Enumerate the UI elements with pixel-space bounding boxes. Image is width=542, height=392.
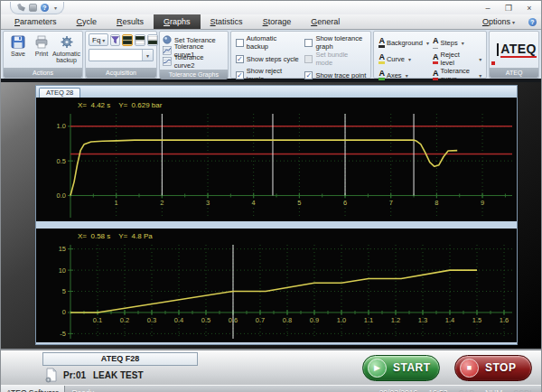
svg-text:X= 0.58 s Y= 4.8 Pa: X= 0.58 s Y= 4.8 Pa: [78, 232, 153, 240]
funnel-icon: [111, 36, 119, 44]
save-icon: [11, 35, 25, 49]
help-icon[interactable]: ?: [41, 4, 49, 12]
chevron-down-icon: ▾: [408, 56, 411, 62]
color-button-curve[interactable]: ACurve▾: [378, 51, 429, 67]
group-colors-setting: ABackground▾ACurve▾AAxes▾ASteps▾AReject …: [373, 31, 487, 79]
stop-icon: ■: [460, 359, 479, 378]
quick-access-dropdown-icon[interactable]: ▾: [54, 5, 57, 11]
chevron-down-icon: ▾: [512, 19, 515, 25]
svg-text:1.5: 1.5: [472, 316, 481, 324]
start-button-label: START: [393, 361, 431, 374]
ateq-logo: ATEQ: [490, 32, 538, 68]
color-button-background[interactable]: ABackground▾: [378, 34, 429, 51]
color-button-steps[interactable]: ASteps▾: [433, 34, 481, 51]
svg-text:0.9: 0.9: [310, 316, 319, 324]
fq-button[interactable]: Fq ▾: [89, 33, 108, 46]
status-date: 29/03/2016: [379, 388, 418, 392]
colors-grid: ABackground▾ACurve▾AAxes▾ASteps▾AReject …: [377, 33, 483, 84]
status-time: 16:53: [428, 388, 447, 392]
group-acquisition: Fq ▾: [85, 31, 157, 79]
pressure-graph[interactable]: 1234567890.00.51.0X= 4.42 s Y= 0.629 bar: [36, 98, 517, 221]
chevron-down-icon: ▾: [479, 56, 481, 62]
title-bar: ? ▾ – ❐ ×: [1, 1, 541, 14]
tab-statistics[interactable]: Statistics: [201, 14, 253, 29]
machine-block: ATEQ F28 Pr:01LEAK TEST: [42, 352, 198, 383]
machine-name: ATEQ F28: [42, 352, 198, 366]
automatic-backup-button[interactable]: Automatic backup: [53, 33, 79, 66]
tab-graphs[interactable]: Graphs: [154, 14, 201, 29]
svg-text:0.4: 0.4: [174, 316, 183, 324]
svg-text:1.6: 1.6: [500, 316, 509, 324]
printer-icon[interactable]: [29, 4, 37, 12]
handset-icon[interactable]: [17, 4, 25, 12]
svg-text:0: 0: [62, 308, 66, 316]
tab-label: General: [311, 17, 340, 26]
sphere-icon: [163, 35, 172, 44]
checked-checkbox-icon: [236, 71, 244, 79]
tolerance-curve2-button[interactable]: Tolerance curve2: [163, 56, 225, 67]
tab-general[interactable]: General: [301, 14, 350, 29]
color-button-tolerance-curve[interactable]: ATolerance curve▾: [433, 67, 481, 83]
num-lock-indicator: NUM: [485, 388, 502, 392]
svg-text:0.3: 0.3: [147, 316, 156, 324]
program-text: Pr:01LEAK TEST: [63, 370, 144, 380]
svg-text:0.0: 0.0: [57, 191, 66, 200]
tolerance-body: Set Tolerance Tolerance curve1: [160, 32, 228, 70]
curve-chart-icon: [163, 57, 172, 66]
checkbox-show-trace-point[interactable]: Show trace point: [304, 67, 366, 83]
svg-text:0.1: 0.1: [93, 316, 102, 324]
svg-text:8: 8: [435, 199, 438, 207]
tab-storage[interactable]: Storage: [253, 14, 302, 29]
tab-results[interactable]: Results: [107, 14, 154, 29]
svg-text:1.0: 1.0: [57, 122, 66, 130]
ribbon-help-icon[interactable]: ?: [528, 18, 537, 26]
svg-text:1.3: 1.3: [418, 316, 427, 324]
color-button-label: Curve: [387, 55, 405, 63]
program-document-icon[interactable]: [44, 368, 58, 383]
layout-bottom-graph-button[interactable]: [147, 34, 158, 46]
scroll-lock-indicator: SCRL: [513, 388, 534, 392]
save-label: Save: [11, 51, 25, 57]
checkbox-show-reject-levels[interactable]: Show reject levels: [236, 67, 300, 83]
ateq-logo-text: ATEQ: [500, 42, 537, 58]
svg-text:1.0: 1.0: [337, 316, 346, 324]
print-button[interactable]: Print: [30, 33, 53, 66]
color-button-axes[interactable]: AAxes▾: [378, 67, 429, 83]
layout-both-graphs-button[interactable]: [122, 34, 133, 46]
tab-cycle[interactable]: Cycle: [67, 14, 107, 29]
tolerance-group-title: Tolerance Graphs: [160, 70, 228, 79]
svg-text:1.4: 1.4: [445, 316, 454, 324]
save-button[interactable]: Save: [6, 33, 30, 66]
color-button-label: Steps: [440, 39, 457, 47]
graph-tab-ateq-28[interactable]: ATEQ 28: [39, 88, 80, 98]
color-button-label: Axes: [387, 71, 402, 79]
tab-parameters[interactable]: Parameters: [5, 14, 67, 29]
minimize-button[interactable]: –: [478, 2, 498, 14]
checkbox-show-tolerance-graph[interactable]: Show tolerance graph: [304, 34, 366, 51]
stop-button[interactable]: ■ STOP: [454, 355, 532, 381]
graph-panel-tabstrip: ATEQ 28: [36, 86, 517, 98]
ateq-group-title: ATEQ: [490, 68, 538, 78]
checkbox-show-steps-cycle[interactable]: Show steps cycle: [236, 51, 300, 67]
graph-area: ATEQ 28 1234567890.00.51.0X= 4.42 s Y= 0…: [1, 82, 541, 349]
color-button-reject-level[interactable]: AReject level▾: [433, 51, 481, 67]
checkbox-label: Show steps cycle: [247, 55, 299, 63]
checked-checkbox-icon: [236, 55, 244, 63]
dark-bottom-graph-icon: [148, 36, 157, 44]
program-number: Pr:01: [63, 370, 86, 380]
svg-text:X= 4.42 s Y= 0.629 bar: X= 4.42 s Y= 0.629 bar: [78, 101, 163, 109]
filter-button[interactable]: [110, 34, 120, 46]
maximize-button[interactable]: ❐: [499, 2, 519, 14]
options-checkbox-grid: Automatic backupShow steps cycleShow rej…: [234, 33, 369, 84]
checkbox-set-bundle-mode: Set bundle mode: [304, 51, 366, 67]
layout-top-graph-button[interactable]: [135, 34, 145, 46]
checkbox-automatic-backup[interactable]: Automatic backup: [236, 34, 300, 51]
color-swatch-icon: A: [378, 37, 385, 48]
combobox-dropdown-icon[interactable]: ▾: [142, 50, 153, 61]
acquisition-combobox[interactable]: ▾: [89, 49, 154, 61]
color-swatch-icon: A: [433, 70, 439, 80]
close-button[interactable]: ×: [519, 2, 539, 14]
options-menu[interactable]: Options ▾: [472, 17, 525, 26]
leak-graph[interactable]: 0.10.20.30.40.50.60.70.80.91.01.11.21.31…: [36, 229, 517, 342]
start-button[interactable]: ▶ START: [362, 355, 440, 381]
